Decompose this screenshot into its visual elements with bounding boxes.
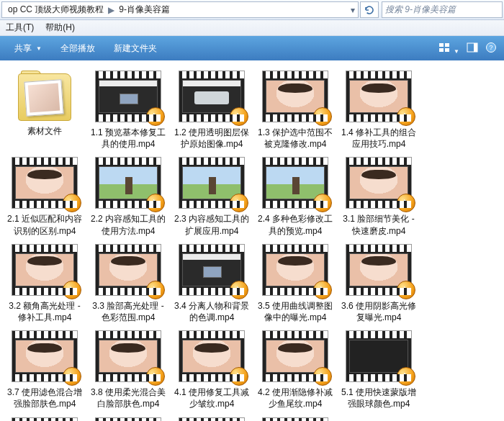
video-thumbnail [262, 244, 328, 296]
video-thumbnail [346, 330, 412, 382]
play-badge-icon [146, 194, 165, 212]
video-thumbnail [179, 157, 245, 209]
item-label: 素材文件 [6, 125, 84, 137]
video-item[interactable]: 2.3 内容感知工具的扩展应用.mp4 [170, 157, 253, 236]
video-item[interactable]: 3.7 使用滤色混合增强脸部肤色.mp4 [3, 330, 86, 409]
video-thumbnail [179, 244, 245, 296]
file-grid: 素材文件1.1 预览基本修复工具的使用.mp41.2 使用透明图层保护原始图像.… [0, 60, 504, 421]
help-button[interactable]: ? [485, 42, 497, 55]
video-thumbnail [346, 71, 412, 122]
new-folder-button[interactable]: 新建文件夹 [107, 40, 164, 58]
video-item[interactable]: 4.2 使用渐隐修补减少鱼尾纹.mp4 [253, 330, 337, 409]
item-label: 2.4 多种色彩修改工具的预览.mp4 [256, 213, 334, 236]
play-badge-icon [63, 194, 81, 212]
video-thumbnail [262, 417, 328, 422]
breadcrumb-seg-2[interactable]: 9-肖像美容篇 [116, 4, 173, 16]
play-badge-icon [146, 367, 165, 386]
video-item[interactable]: 5.3 手动绘画眼球的光圈部分.mp4 [86, 417, 170, 422]
video-thumbnail [179, 417, 245, 422]
item-label: 3.5 使用曲线调整图像中的曝光.mp4 [256, 300, 334, 323]
item-label: 1.1 预览基本修复工具的使用.mp4 [89, 127, 167, 150]
video-thumbnail [95, 417, 161, 422]
chevron-right-icon: ▶ [107, 5, 116, 15]
svg-rect-3 [445, 48, 449, 52]
video-item[interactable]: 3.6 使用阴影高光修复曝光.mp4 [337, 244, 420, 323]
video-item[interactable]: 1.4 修补工具的组合应用技巧.mp4 [337, 71, 420, 150]
video-thumbnail [262, 330, 328, 382]
play-all-label: 全部播放 [60, 42, 95, 55]
svg-text:?: ? [489, 44, 492, 51]
help-icon: ? [485, 42, 497, 53]
item-label: 2.2 内容感知工具的使用方法.mp4 [89, 213, 167, 236]
item-label: 3.4 分离人物和背景的色调.mp4 [173, 300, 251, 323]
item-label: 3.6 使用阴影高光修复曝光.mp4 [340, 300, 418, 323]
video-item[interactable]: 1.2 使用透明图层保护原始图像.mp4 [170, 71, 253, 150]
svg-rect-5 [474, 43, 477, 52]
address-row: op CC 顶级大师视频教程 ▶ 9-肖像美容篇 ▾ 搜索 9-肖像美容篇 [0, 0, 504, 20]
video-item[interactable]: 5.5 使用图层混合提升眼球明度.mp4 [253, 417, 337, 422]
item-label: 3.3 脸部高光处理 - 色彩范围.mp4 [89, 300, 167, 323]
chevron-down-icon: ▼ [36, 45, 42, 52]
video-thumbnail [262, 157, 328, 209]
preview-pane-button[interactable] [467, 42, 478, 55]
item-label: 2.3 内容感知工具的扩展应用.mp4 [173, 213, 251, 236]
video-thumbnail [262, 71, 328, 122]
play-badge-icon [230, 107, 248, 126]
video-thumbnail [95, 71, 161, 122]
video-thumbnail [95, 244, 161, 296]
play-badge-icon [397, 194, 415, 212]
video-item[interactable]: 3.8 使用柔光混合美白脸部肤色.mp4 [86, 330, 170, 409]
item-label: 3.8 使用柔光混合美白脸部肤色.mp4 [89, 386, 167, 409]
video-item[interactable]: 2.1 近似匹配和内容识别的区别.mp4 [3, 157, 86, 236]
play-all-button[interactable]: 全部播放 [53, 40, 102, 58]
breadcrumb[interactable]: op CC 顶级大师视频教程 ▶ 9-肖像美容篇 ▾ [1, 1, 359, 18]
item-label: 4.1 使用修复工具减少皱纹.mp4 [173, 386, 251, 409]
search-input[interactable]: 搜索 9-肖像美容篇 [382, 1, 503, 18]
video-thumbnail [95, 330, 161, 382]
view-options-button[interactable]: ▼ [438, 42, 459, 55]
video-thumbnail [179, 330, 245, 382]
video-item[interactable]: 2.4 多种色彩修改工具的预览.mp4 [253, 157, 337, 236]
play-badge-icon [146, 107, 165, 126]
share-button[interactable]: 共享 ▼ [7, 40, 49, 58]
video-item[interactable]: 3.2 额角高光处理 - 修补工具.mp4 [3, 244, 86, 323]
play-badge-icon [313, 194, 332, 212]
menu-tools[interactable]: 工具(T) [6, 22, 34, 34]
video-thumbnail [346, 244, 412, 296]
item-label: 4.2 使用渐隐修补减少鱼尾纹.mp4 [256, 386, 334, 409]
refresh-button[interactable] [360, 1, 379, 18]
preview-pane-icon [467, 42, 478, 53]
folder-icon [17, 71, 73, 121]
command-bar: 共享 ▼ 全部播放 新建文件夹 ▼ ? [0, 36, 504, 60]
video-thumbnail [12, 330, 78, 382]
menu-help[interactable]: 帮助(H) [45, 22, 75, 34]
folder-item[interactable]: 素材文件 [3, 71, 86, 150]
svg-rect-2 [439, 48, 444, 52]
video-item[interactable]: 3.4 分离人物和背景的色调.mp4 [170, 244, 253, 323]
dropdown-icon[interactable]: ▾ [351, 5, 355, 15]
svg-rect-1 [445, 43, 449, 47]
item-label: 2.1 近似匹配和内容识别的区别.mp4 [6, 213, 84, 236]
video-item[interactable]: 5.1 使用快速蒙版增强眼球颜色.mp4 [337, 330, 420, 409]
item-label: 3.7 使用滤色混合增强脸部肤色.mp4 [6, 386, 84, 409]
play-badge-icon [313, 281, 332, 299]
item-label: 5.1 使用快速蒙版增强眼球颜色.mp4 [340, 386, 418, 409]
video-thumbnail [179, 71, 245, 122]
video-item[interactable]: 2.2 内容感知工具的使用方法.mp4 [86, 157, 170, 236]
video-item[interactable]: 3.3 脸部高光处理 - 色彩范围.mp4 [86, 244, 170, 323]
video-item[interactable]: 1.3 保护选中范围不被克隆修改.mp4 [253, 71, 337, 150]
item-label: 1.3 保护选中范围不被克隆修改.mp4 [256, 127, 334, 150]
breadcrumb-seg-1[interactable]: op CC 顶级大师视频教程 [5, 4, 107, 16]
video-item[interactable]: 4.1 使用修复工具减少皱纹.mp4 [170, 330, 253, 409]
video-item[interactable]: 3.1 脸部细节美化 - 快速磨皮.mp4 [337, 157, 420, 236]
play-badge-icon [313, 367, 332, 386]
video-item[interactable]: 3.5 使用曲线调整图像中的曝光.mp4 [253, 244, 337, 323]
play-badge-icon [63, 281, 81, 299]
video-item[interactable]: 1.1 预览基本修复工具的使用.mp4 [86, 71, 170, 150]
item-label: 3.2 额角高光处理 - 修补工具.mp4 [6, 300, 84, 323]
video-thumbnail [95, 157, 161, 209]
share-label: 共享 [14, 42, 32, 55]
video-item[interactable]: 5.2 单独改变眼睛亮度和对比度.mp4 [3, 417, 86, 422]
new-folder-label: 新建文件夹 [114, 42, 157, 55]
video-item[interactable]: 5.4 使用智能锐化增加眼球闪烁.mp4 [170, 417, 253, 422]
